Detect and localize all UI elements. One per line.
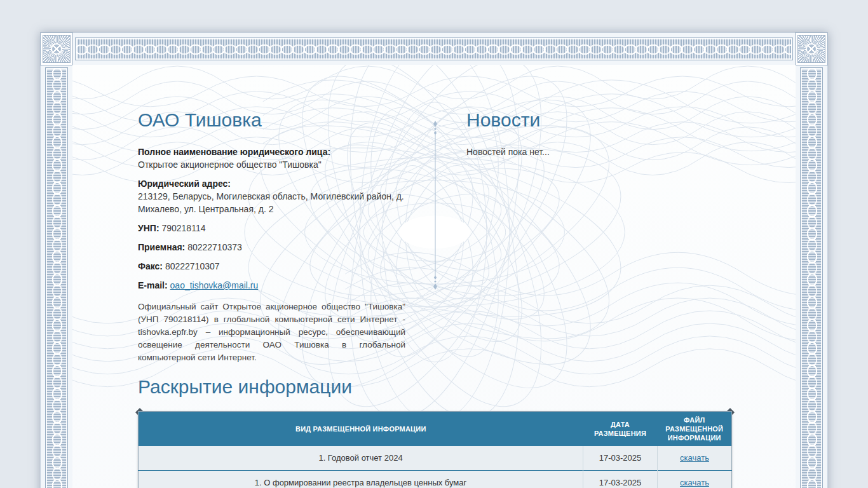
- certificate-content: ОАО Тишовка Полное наименование юридичес…: [72, 65, 796, 488]
- table-header-row: ВИД РАЗМЕЩЕННОЙ ИНФОРМАЦИИ ДАТА РАЗМЕЩЕН…: [139, 412, 732, 446]
- field-reception-phone: Приемная: 80222710373: [138, 241, 405, 254]
- border-band-left: [45, 67, 68, 488]
- cell-date: 17-03-2025: [583, 470, 658, 488]
- page-background: ОАО Тишовка Полное наименование юридичес…: [0, 0, 868, 488]
- disclosure-table-wrap: ВИД РАЗМЕЩЕННОЙ ИНФОРМАЦИИ ДАТА РАЗМЕЩЕН…: [138, 411, 732, 488]
- border-band-right: [800, 67, 823, 488]
- field-value: 80222710307: [165, 261, 220, 271]
- disclosure-title: Раскрытие информации: [138, 377, 732, 397]
- field-fax: Факс: 80222710307: [138, 260, 405, 273]
- field-label: УНП:: [138, 223, 159, 233]
- field-value: 80222710373: [187, 242, 242, 252]
- company-title: ОАО Тишовка: [138, 110, 405, 130]
- border-band-top: [75, 37, 793, 60]
- field-full-name: Полное наименование юридического лица: О…: [138, 146, 405, 171]
- company-description: Официальный сайт Открытое акционерное об…: [138, 301, 405, 364]
- cell-file: скачать: [658, 446, 732, 471]
- table-row: 1. О формировании реестра владельцев цен…: [139, 470, 732, 488]
- circle-cross-icon: [51, 43, 62, 55]
- disclosure-table: ВИД РАЗМЕЩЕННОЙ ИНФОРМАЦИИ ДАТА РАЗМЕЩЕН…: [138, 411, 732, 488]
- cell-info-name: 1. О формировании реестра владельцев цен…: [139, 470, 583, 488]
- field-value: Открытое акционерное общество "Тишовка": [138, 159, 322, 170]
- cell-info-name: 1. Годовой отчет 2024: [139, 446, 583, 471]
- table-row: 1. Годовой отчет 2024 17-03-2025 скачать: [139, 446, 732, 471]
- news-title: Новости: [466, 110, 746, 130]
- circle-cross-icon: [806, 43, 817, 55]
- corner-ornament-top-left: [41, 33, 72, 65]
- field-unp: УНП: 790218114: [138, 222, 405, 234]
- news-empty-message: Новостей пока нет...: [466, 146, 746, 158]
- corner-ornament-top-right: [796, 33, 827, 65]
- field-legal-address: Юридический адрес: 213129, Беларусь, Мог…: [138, 177, 405, 215]
- news-section: Новости Новостей пока нет...: [466, 110, 746, 158]
- field-label: Полное наименование юридического лица:: [138, 147, 330, 157]
- download-link[interactable]: скачать: [680, 453, 709, 463]
- field-value: 213129, Беларусь, Могилевская область, М…: [138, 191, 404, 214]
- disclosure-section: Раскрытие информации ВИД РАЗМЕЩЕННОЙ ИНФ…: [138, 377, 732, 488]
- cell-file: скачать: [658, 470, 732, 488]
- field-email: E-mail: oao_tishovka@mail.ru: [138, 279, 405, 292]
- company-info-section: ОАО Тишовка Полное наименование юридичес…: [138, 110, 405, 364]
- column-header-file: ФАЙЛ РАЗМЕЩЕННОЙ ИНФОРМАЦИИ: [658, 412, 732, 446]
- column-header-date: ДАТА РАЗМЕЩЕНИЯ: [583, 412, 658, 446]
- email-link[interactable]: oao_tishovka@mail.ru: [170, 280, 259, 290]
- cell-date: 17-03-2025: [583, 446, 658, 471]
- field-label: Юридический адрес:: [138, 179, 231, 189]
- field-label: Факс:: [138, 261, 163, 271]
- certificate-frame: ОАО Тишовка Полное наименование юридичес…: [40, 32, 828, 488]
- field-label: Приемная:: [138, 242, 185, 252]
- field-label: E-mail:: [138, 280, 168, 290]
- column-divider-ornament: [431, 121, 439, 290]
- field-value: 790218114: [161, 223, 205, 233]
- download-link[interactable]: скачать: [680, 478, 709, 487]
- column-header-info-type: ВИД РАЗМЕЩЕННОЙ ИНФОРМАЦИИ: [139, 412, 583, 446]
